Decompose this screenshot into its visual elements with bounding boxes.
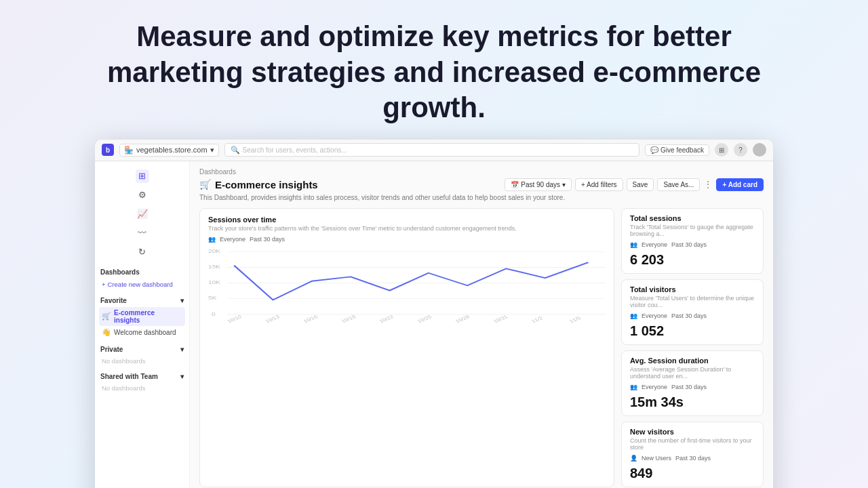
nav-dashboard-icon[interactable]: ⊞: [136, 169, 149, 183]
add-filters-label: + Add filters: [581, 181, 617, 188]
nv-period: Past 30 days: [675, 455, 711, 462]
save-button[interactable]: Save: [627, 178, 654, 191]
total-sessions-filter: 👥 Everyone Past 30 days: [630, 241, 755, 248]
sessions-filter-everyone: Everyone: [220, 236, 245, 243]
period-label: Past 90 days: [521, 181, 560, 188]
add-card-button[interactable]: + Add card: [716, 178, 764, 191]
sidebar-favorite-header: Favorite ▾: [99, 297, 185, 304]
main-content: Dashboards 🛒 E-commerce insights 📅 Past …: [190, 161, 773, 489]
more-icon[interactable]: ⋮: [703, 179, 713, 190]
sidebar-private-section: Private ▾ No dashboards: [99, 346, 185, 366]
sidebar-favorite-section: Favorite ▾ 🛒 E-commerce insights 👋 Welco…: [99, 297, 185, 339]
save-as-label: Save As...: [663, 181, 694, 188]
new-visitors-title: New visitors: [630, 428, 755, 436]
grid-icon[interactable]: ⊞: [715, 143, 728, 157]
ecommerce-icon: 🛒: [102, 312, 111, 321]
app-icon: b: [102, 144, 114, 156]
nav-sync-icon[interactable]: ↻: [136, 245, 149, 259]
add-card-label: + Add card: [722, 181, 757, 188]
sessions-chart-svg: 20K 15K 10K 5K 0 10/10: [208, 247, 606, 328]
add-filters-button[interactable]: + Add filters: [575, 178, 623, 191]
feedback-label: Give feedback: [660, 146, 704, 154]
total-sessions-card: Total sessions Track 'Total Sessions' to…: [621, 208, 764, 274]
sidebar-item-welcome-label: Welcome dashboard: [114, 329, 176, 336]
welcome-icon: 👋: [102, 328, 111, 337]
total-visitors-card: Total visitors Measure 'Total Users' to …: [621, 279, 764, 345]
avg-session-desc: Assess 'Average Session Duration' to und…: [630, 366, 755, 380]
favorite-chevron: ▾: [180, 297, 184, 304]
shared-empty: No dashboards: [99, 383, 185, 393]
breadcrumb: Dashboards: [199, 168, 764, 176]
sidebar-private-header: Private ▾: [99, 346, 185, 353]
toolbar: 📅 Past 90 days ▾ + Add filters Save Save…: [505, 178, 764, 191]
right-metrics: Total sessions Track 'Total Sessions' to…: [621, 208, 764, 487]
ts-period: Past 30 days: [671, 241, 707, 248]
svg-text:10/31: 10/31: [492, 314, 509, 324]
calendar-icon: 📅: [511, 181, 519, 188]
avg-session-title: Avg. Session duration: [630, 357, 755, 365]
create-label: Create new dashboard: [108, 281, 173, 288]
sessions-section: Sessions over time Track your store's tr…: [199, 208, 764, 487]
nav-trending-icon[interactable]: 〰: [136, 226, 149, 240]
store-selector[interactable]: 🏪 vegetables.store.com ▾: [119, 144, 219, 157]
main-layout: ⊞ ⚙ 📈 〰 ↻ Dashboards + Create new dashbo…: [95, 161, 773, 489]
dashboard-title-row: 🛒 E-commerce insights: [199, 179, 318, 190]
search-placeholder: Search for users, events, actions...: [243, 146, 347, 154]
total-sessions-value: 6 203: [630, 252, 755, 268]
save-as-button[interactable]: Save As...: [657, 178, 700, 191]
dashboard-description: This Dashboard, provides insights into s…: [199, 194, 620, 201]
sidebar-item-ecommerce[interactable]: 🛒 E-commerce insights: [99, 307, 185, 326]
feedback-icon: 💬: [650, 146, 658, 154]
ts-icon: 👥: [630, 241, 637, 248]
sidebar-dashboards-header: Dashboards: [99, 268, 185, 276]
sidebar-item-welcome[interactable]: 👋 Welcome dashboard: [99, 326, 185, 339]
sessions-filter-period: Past 30 days: [250, 236, 285, 243]
user-avatar[interactable]: [753, 143, 766, 157]
dashboard-title: E-commerce insights: [215, 179, 318, 190]
sessions-chart-title: Sessions over time: [208, 216, 606, 224]
ts-everyone: Everyone: [642, 241, 667, 248]
svg-text:10/13: 10/13: [264, 314, 281, 324]
avg-session-card: Avg. Session duration Assess 'Average Se…: [621, 350, 764, 416]
search-bar[interactable]: 🔍 Search for users, events, actions...: [224, 143, 640, 157]
svg-text:10/10: 10/10: [226, 314, 243, 324]
sessions-chart-desc: Track your store's traffic patterns with…: [208, 225, 606, 232]
shared-label: Shared with Team: [100, 373, 158, 380]
nv-icon: 👤: [630, 455, 637, 462]
sidebar: ⊞ ⚙ 📈 〰 ↻ Dashboards + Create new dashbo…: [95, 161, 190, 489]
sidebar-item-ecommerce-label: E-commerce insights: [114, 309, 182, 324]
new-visitors-card: New visitors Count the number of first-t…: [621, 422, 764, 487]
nav-analytics-icon[interactable]: 📈: [136, 207, 149, 221]
create-dashboard-button[interactable]: + Create new dashboard: [99, 279, 185, 290]
total-visitors-value: 1 052: [630, 323, 755, 339]
feedback-button[interactable]: 💬 Give feedback: [645, 144, 709, 156]
svg-text:5K: 5K: [208, 295, 217, 300]
svg-text:10K: 10K: [208, 279, 220, 285]
sessions-chart-card: Sessions over time Track your store's tr…: [199, 208, 614, 487]
dashboard-icon: 🛒: [199, 179, 211, 190]
sidebar-shared-header: Shared with Team ▾: [99, 373, 185, 380]
total-sessions-desc: Track 'Total Sessions' to gauge the aggr…: [630, 224, 755, 237]
nav-settings-icon[interactable]: ⚙: [136, 188, 149, 202]
avg-session-filter: 👥 Everyone Past 30 days: [630, 384, 755, 390]
help-icon[interactable]: ?: [734, 143, 747, 157]
new-visitors-desc: Count the number of first-time visitors …: [630, 437, 755, 451]
favorite-label: Favorite: [100, 297, 127, 304]
private-label: Private: [100, 346, 123, 353]
tv-everyone: Everyone: [642, 312, 667, 319]
svg-text:20K: 20K: [208, 248, 220, 253]
nv-users: New Users: [642, 455, 671, 462]
total-visitors-filter: 👥 Everyone Past 30 days: [630, 312, 755, 319]
svg-text:11/5: 11/5: [568, 315, 582, 324]
svg-text:10/16: 10/16: [302, 314, 319, 324]
sessions-filter-row: 👥 Everyone Past 30 days: [208, 236, 606, 243]
period-button[interactable]: 📅 Past 90 days ▾: [505, 178, 572, 191]
new-visitors-value: 849: [630, 466, 755, 481]
as-period: Past 30 days: [671, 384, 707, 390]
svg-text:0: 0: [212, 310, 216, 316]
search-icon: 🔍: [231, 146, 240, 155]
avg-session-value: 15m 34s: [630, 394, 755, 410]
chevron-down-icon: ▾: [210, 146, 214, 155]
chevron-period: ▾: [562, 181, 566, 188]
svg-text:10/25: 10/25: [416, 314, 433, 324]
